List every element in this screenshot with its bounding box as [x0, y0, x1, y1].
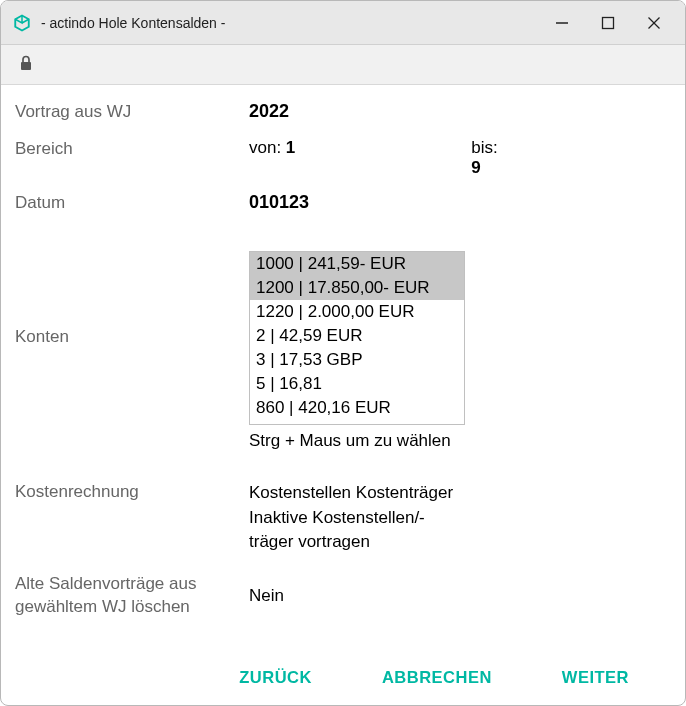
close-button[interactable] [631, 1, 677, 45]
account-item[interactable]: 5 | 16,81 [250, 372, 464, 396]
account-item[interactable]: 3 | 17,53 GBP [250, 348, 464, 372]
account-item[interactable]: 1220 | 2.000,00 EUR [250, 300, 464, 324]
maximize-button[interactable] [585, 1, 631, 45]
konten-label: Konten [15, 326, 249, 349]
back-button[interactable]: ZURÜCK [239, 668, 312, 687]
datum-value[interactable]: 010123 [249, 192, 309, 213]
account-item-partial[interactable] [250, 420, 464, 424]
svg-rect-1 [603, 17, 614, 28]
cancel-button[interactable]: ABBRECHEN [382, 668, 492, 687]
account-item[interactable]: 860 | 420,16 EUR [250, 396, 464, 420]
bereich-label: Bereich [15, 138, 249, 161]
minimize-button[interactable] [539, 1, 585, 45]
next-button[interactable]: WEITER [562, 668, 629, 687]
account-item[interactable]: 1000 | 241,59- EUR [250, 252, 464, 276]
vortrag-value[interactable]: 2022 [249, 101, 289, 122]
vortrag-label: Vortrag aus WJ [15, 101, 249, 124]
app-icon [13, 14, 31, 32]
window-title: - actindo Hole Kontensalden - [41, 15, 539, 31]
svg-rect-4 [21, 62, 31, 70]
delete-salden-label: Alte Saldenvorträge aus gewähltem WJ lös… [15, 573, 249, 619]
app-window: - actindo Hole Kontensalden - Vortrag au… [0, 0, 686, 706]
accounts-list[interactable]: 1000 | 241,59- EUR 1200 | 17.850,00- EUR… [249, 251, 465, 425]
kostenrechnung-label: Kostenrechnung [15, 481, 249, 504]
footer-buttons: ZURÜCK ABBRECHEN WEITER [15, 649, 671, 705]
delete-salden-value[interactable]: Nein [249, 586, 284, 606]
account-item[interactable]: 1200 | 17.850,00- EUR [250, 276, 464, 300]
account-item[interactable]: 2 | 42,59 EUR [250, 324, 464, 348]
secondary-toolbar [1, 45, 685, 85]
kostenrechnung-value[interactable]: Kostenstellen Kostenträger Inaktive Kost… [249, 481, 469, 555]
bereich-von[interactable]: von: 1 [249, 138, 295, 178]
datum-label: Datum [15, 192, 249, 215]
bereich-bis[interactable]: bis: 9 [471, 138, 497, 178]
titlebar: - actindo Hole Kontensalden - [1, 1, 685, 45]
lock-icon [19, 55, 33, 75]
konten-hint: Strg + Maus um zu wählen [249, 431, 671, 451]
